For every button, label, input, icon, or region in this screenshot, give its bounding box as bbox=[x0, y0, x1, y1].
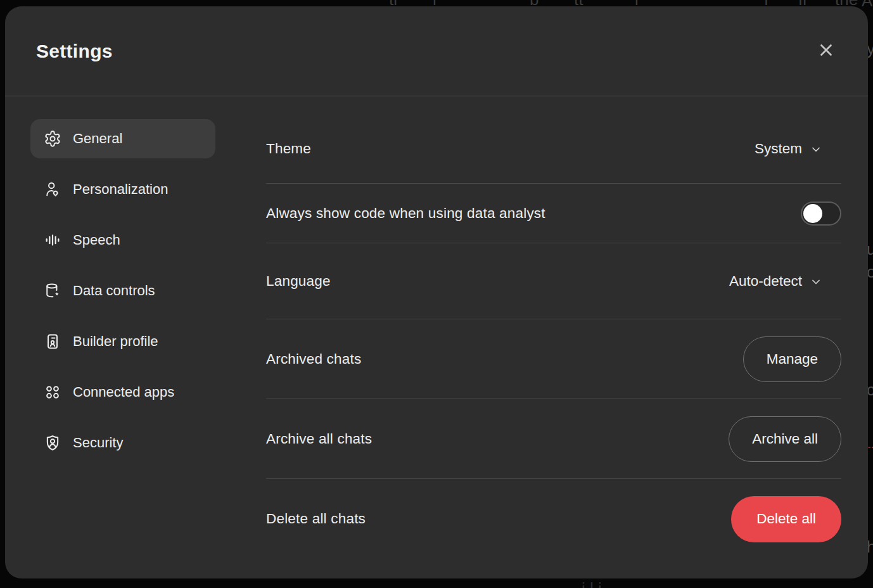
person-heart-icon bbox=[44, 181, 61, 198]
id-card-icon bbox=[44, 333, 61, 350]
language-dropdown-value: Auto-detect bbox=[729, 273, 802, 290]
database-gear-icon bbox=[44, 282, 61, 300]
manage-button[interactable]: Manage bbox=[743, 336, 841, 382]
settings-row-theme: Theme System bbox=[266, 114, 841, 184]
sidebar-item-label: Connected apps bbox=[73, 384, 174, 400]
row-label: Archive all chats bbox=[266, 431, 372, 447]
grid-circles-icon bbox=[44, 383, 61, 401]
gear-icon bbox=[44, 130, 61, 148]
row-label: Archived chats bbox=[266, 351, 361, 368]
sidebar-item-data-controls[interactable]: Data controls bbox=[30, 271, 215, 310]
chevron-down-icon bbox=[810, 141, 822, 156]
chevron-down-icon bbox=[810, 274, 822, 288]
settings-dialog: Settings General bbox=[5, 6, 868, 578]
theme-dropdown[interactable]: System bbox=[755, 141, 822, 157]
dialog-body: General Personalization bbox=[5, 96, 868, 578]
sidebar-item-general[interactable]: General bbox=[30, 119, 215, 158]
sidebar-item-builder-profile[interactable]: Builder profile bbox=[30, 322, 215, 361]
settings-row-archive-all: Archive all chats Archive all bbox=[266, 399, 841, 479]
dialog-title: Settings bbox=[36, 41, 113, 62]
settings-row-show-code: Always show code when using data analyst bbox=[266, 184, 841, 243]
backdrop-spellcheck-squiggle bbox=[867, 447, 873, 448]
language-dropdown[interactable]: Auto-detect bbox=[729, 273, 822, 290]
show-code-toggle[interactable] bbox=[801, 201, 841, 226]
sidebar-item-personalization[interactable]: Personalization bbox=[30, 170, 215, 209]
row-label: Language bbox=[266, 273, 331, 290]
sidebar-item-label: Security bbox=[73, 435, 123, 451]
settings-row-archived-chats: Archived chats Manage bbox=[266, 319, 841, 399]
dialog-header: Settings bbox=[5, 6, 868, 96]
shield-person-icon bbox=[44, 434, 61, 452]
sidebar-item-connected-apps[interactable]: Connected apps bbox=[30, 373, 215, 412]
backdrop-text-fragment: i l i bbox=[582, 579, 602, 588]
theme-dropdown-value: System bbox=[755, 141, 802, 157]
sidebar-item-label: Speech bbox=[73, 232, 120, 248]
close-button[interactable] bbox=[812, 37, 840, 65]
settings-content: Theme System Always show code when using… bbox=[266, 96, 868, 578]
close-icon bbox=[817, 41, 836, 62]
sidebar-item-label: Personalization bbox=[73, 181, 168, 198]
settings-row-language: Language Auto-detect bbox=[266, 243, 841, 319]
sidebar-item-label: General bbox=[73, 131, 122, 147]
settings-sidebar: General Personalization bbox=[5, 96, 266, 578]
sidebar-item-label: Builder profile bbox=[73, 333, 158, 350]
row-label: Delete all chats bbox=[266, 511, 366, 527]
backdrop-text-fragment: AI bbox=[862, 0, 873, 11]
row-label: Theme bbox=[266, 141, 311, 157]
archive-all-button[interactable]: Archive all bbox=[729, 416, 841, 462]
sidebar-item-label: Data controls bbox=[73, 283, 155, 299]
toggle-knob bbox=[803, 204, 822, 223]
waveform-icon bbox=[44, 231, 61, 249]
sidebar-item-speech[interactable]: Speech bbox=[30, 220, 215, 260]
settings-row-delete-all: Delete all chats Delete all bbox=[266, 479, 841, 559]
delete-all-button[interactable]: Delete all bbox=[731, 496, 841, 542]
row-label: Always show code when using data analyst bbox=[266, 205, 545, 222]
sidebar-item-security[interactable]: Security bbox=[30, 423, 215, 463]
